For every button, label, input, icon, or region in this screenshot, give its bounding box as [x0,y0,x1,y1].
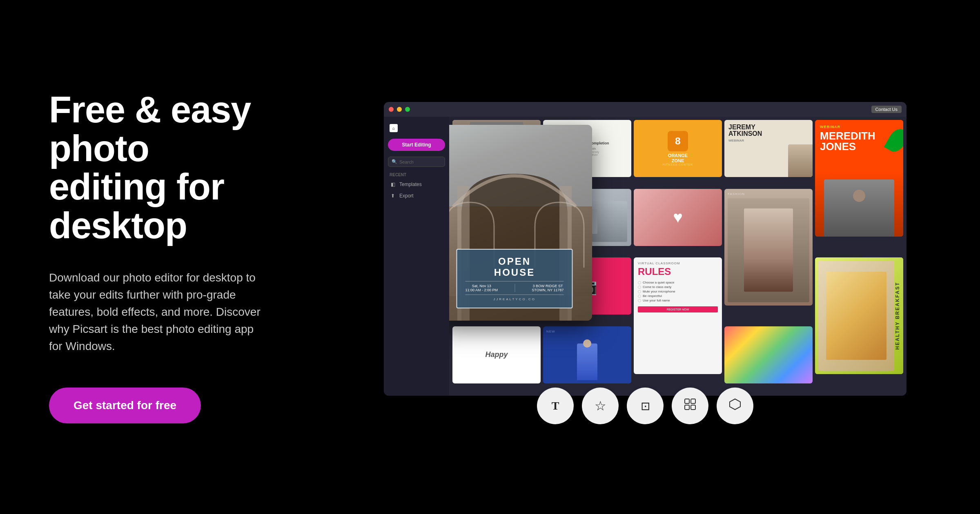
open-house-url: JJREALTYCO.CO [466,297,564,301]
window-minimize-dot[interactable] [397,107,402,112]
blue-fashion-figure [546,333,628,380]
rules-section-title: VIRTUAL CLASSROOM [638,261,718,265]
window-close-dot[interactable] [389,107,394,112]
titlebar-spacer: Contact Us [413,106,902,113]
orange-tagline: FITNESS CENTER [663,163,693,166]
window-body: ⌂ Start Editing 🔍 Search Recent ◧ Templa… [384,117,906,396]
text-add-icon: T [552,399,559,412]
sidebar: ⌂ Start Editing 🔍 Search Recent ◧ Templa… [384,117,449,396]
template-card-rainbow[interactable] [724,326,813,383]
sidebar-item-templates[interactable]: ◧ Templates [384,179,449,190]
orange-title: ORANGEZONE [668,153,688,163]
svg-rect-4 [685,399,689,403]
meredith-photo-area [815,171,903,237]
star-icon: ☆ [595,398,606,414]
jeremy-role: WEBINAR [728,139,808,142]
toolbar-template-button[interactable] [672,388,708,424]
svg-rect-6 [685,405,689,410]
toolbar-star-button[interactable]: ☆ [582,388,619,424]
fashion-label: FASHION [728,192,809,196]
template-card-happy[interactable]: Happy [452,326,541,383]
rules-title: RULES [638,266,718,277]
happy-text: Happy [485,350,508,359]
svg-rect-7 [691,405,695,410]
rules-item-2: Come to class early [638,285,718,289]
app-area: Contact Us ⌂ Start Editing 🔍 Search [359,73,931,441]
meredith-silhouette [824,179,895,237]
toolbar-transform-button[interactable] [717,388,753,424]
export-icon: ⬆ [390,193,396,199]
svg-marker-8 [730,399,740,410]
sidebar-section-label: Recent [384,169,449,179]
start-editing-button[interactable]: Start Editing [388,139,445,151]
rules-list: Choose a quiet space Come to class early… [638,280,718,303]
crop-icon: ⊡ [641,399,650,413]
cta-button[interactable]: Get started for free [49,388,201,423]
toolbar-crop-button[interactable]: ⊡ [627,388,664,424]
search-icon: 🔍 [392,159,397,164]
open-house-title: OPENHOUSE [466,256,564,278]
jeremy-photo [788,144,813,177]
open-house-overlay[interactable]: OPENHOUSE Sat, Nov 13 11:00 AM - 2:00 PM [457,249,573,308]
toolbar-row: T ☆ ⊡ [537,388,753,424]
template-card-meredith[interactable]: WEBINAR MEREDITHJONES [815,120,903,237]
sidebar-home[interactable]: ⌂ [384,121,449,135]
template-card-jeremy[interactable]: JEREMYATKINSON WEBINAR [724,120,813,177]
heart-icon: ♥ [673,208,683,226]
fashion-photo [728,198,809,302]
transform-icon [729,398,741,414]
foreground-card[interactable]: OPENHOUSE Sat, Nov 13 11:00 AM - 2:00 PM [449,125,592,321]
orange-logo: 8 [668,131,688,151]
open-house-details: Sat, Nov 13 11:00 AM - 2:00 PM 3 BOW RID… [466,281,564,295]
template-card-heart[interactable]: ♥ [634,189,722,246]
rules-item-5: Use your full name [638,299,718,302]
window-titlebar: Contact Us [384,102,906,117]
toolbar-text-button[interactable]: T [537,388,574,424]
healthy-title: HEALTHY BREAKFAST [895,282,900,350]
sidebar-search[interactable]: 🔍 Search [388,157,445,167]
right-section: Contact Us ⌂ Start Editing 🔍 Search [294,0,931,514]
meredith-role: WEBINAR [820,125,898,129]
template-card-orange-zone[interactable]: 8 ORANGEZONE FITNESS CENTER [634,120,722,177]
template-card-blue-fashion[interactable]: NEW [543,326,631,383]
grid-icon [684,398,696,414]
blue-fashion-label: NEW [546,330,628,333]
templates-icon: ◧ [390,181,396,188]
arch-photo: OPENHOUSE Sat, Nov 13 11:00 AM - 2:00 PM [449,125,592,321]
sidebar-item-export[interactable]: ⬆ Export [384,190,449,202]
left-section: Free & easy photo editing for desktop Do… [49,91,294,423]
rules-item-3: Mute your microphone [638,290,718,293]
page-wrapper: Free & easy photo editing for desktop Do… [0,0,980,514]
template-card-rules[interactable]: VIRTUAL CLASSROOM RULES Choose a quiet s… [634,257,722,374]
food-photo [818,261,894,371]
contact-button[interactable]: Contact Us [871,106,902,113]
jeremy-name: JEREMYATKINSON [728,124,808,137]
rules-cta: REGISTER NOW [638,306,718,312]
template-card-healthy[interactable]: HEALTHY BREAKFAST [815,257,903,374]
template-card-fashion[interactable]: FASHION [724,189,813,306]
home-icon: ⌂ [390,124,398,132]
main-canvas: BRIAN HANNIGAN Certificate of Completion… [449,117,906,396]
window-maximize-dot[interactable] [405,107,410,112]
rules-item-4: Be respectful [638,294,718,298]
rules-item-1: Choose a quiet space [638,281,718,284]
description-text: Download our photo editor for desktop to… [49,269,270,355]
app-window: Contact Us ⌂ Start Editing 🔍 Search [384,102,906,396]
svg-rect-5 [691,399,695,403]
main-heading: Free & easy photo editing for desktop [49,91,270,245]
